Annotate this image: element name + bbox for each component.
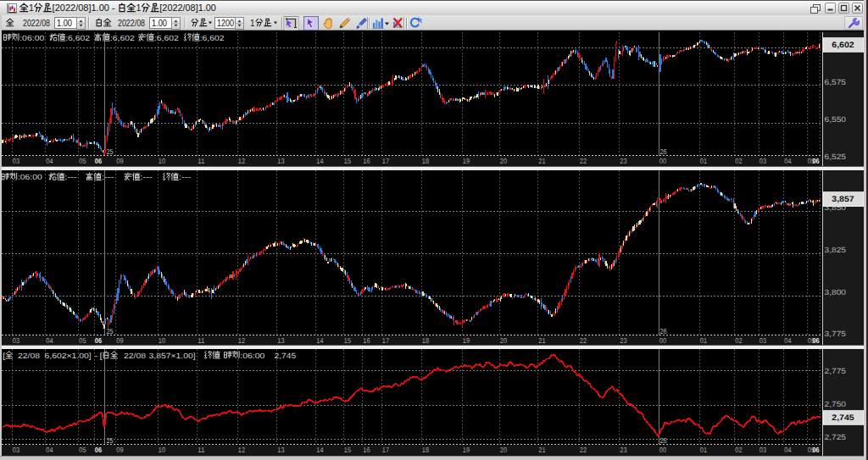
- svg-text:17: 17: [382, 336, 389, 345]
- svg-text:14: 14: [316, 446, 323, 454]
- svg-text:-: -: [95, 352, 98, 360]
- svg-text:1: 1: [136, 3, 142, 13]
- svg-text:00: 00: [659, 446, 666, 454]
- svg-text:2,725: 2,725: [825, 433, 847, 441]
- svg-text:05: 05: [79, 446, 86, 454]
- svg-text:21: 21: [538, 157, 545, 165]
- svg-text:01: 01: [700, 336, 707, 345]
- svg-text:2022/08: 2022/08: [23, 19, 50, 28]
- svg-text:26: 26: [660, 147, 667, 156]
- svg-text:02: 02: [735, 446, 742, 454]
- svg-text:26: 26: [660, 436, 667, 445]
- svg-text:01: 01: [700, 446, 707, 454]
- svg-text:04: 04: [46, 446, 53, 454]
- svg-text:03: 03: [13, 336, 19, 345]
- svg-text::6,602: :6,602: [154, 34, 179, 42]
- svg-text:6,575: 6,575: [825, 78, 847, 86]
- svg-text:16: 16: [363, 336, 370, 345]
- svg-text:06: 06: [813, 157, 820, 165]
- svg-text:23: 23: [620, 157, 626, 165]
- svg-text:11: 11: [198, 336, 204, 345]
- svg-text:18: 18: [422, 157, 429, 165]
- svg-text:22/08: 22/08: [18, 352, 40, 360]
- svg-text:2,750: 2,750: [825, 400, 847, 408]
- svg-text:22: 22: [580, 336, 587, 345]
- svg-text:22: 22: [580, 446, 587, 454]
- svg-text:03: 03: [13, 157, 19, 165]
- svg-text:1200: 1200: [217, 19, 234, 28]
- svg-text:10: 10: [159, 336, 165, 345]
- svg-text:13: 13: [277, 446, 284, 454]
- svg-text:3,857×1.00]: 3,857×1.00]: [149, 352, 196, 360]
- svg-text:03: 03: [760, 157, 766, 165]
- svg-text:25: 25: [107, 147, 114, 156]
- svg-text:26: 26: [660, 327, 667, 335]
- svg-text:12: 12: [238, 157, 245, 165]
- svg-text:14: 14: [316, 157, 323, 165]
- svg-text:04: 04: [784, 446, 791, 454]
- svg-text:10: 10: [159, 446, 165, 454]
- svg-text:15: 15: [344, 446, 351, 454]
- svg-text:03: 03: [760, 336, 766, 345]
- svg-text:03: 03: [13, 446, 19, 454]
- svg-text:19: 19: [463, 157, 470, 165]
- svg-text::06:00: :06:00: [19, 34, 44, 42]
- svg-text::6,602: :6,602: [110, 34, 135, 42]
- svg-text::06:00: :06:00: [18, 173, 42, 181]
- svg-text::---: :---: [64, 173, 77, 181]
- svg-text:2,745: 2,745: [275, 352, 297, 360]
- svg-text:25: 25: [107, 436, 114, 445]
- svg-text:13: 13: [277, 336, 284, 345]
- svg-text:12: 12: [238, 446, 245, 454]
- svg-text:18: 18: [422, 446, 429, 454]
- svg-text:06: 06: [95, 336, 102, 345]
- svg-text:11: 11: [198, 157, 204, 165]
- svg-text:22/08: 22/08: [124, 352, 146, 360]
- svg-text:21: 21: [538, 446, 545, 454]
- svg-text:25: 25: [107, 327, 114, 335]
- svg-text:15: 15: [344, 336, 351, 345]
- svg-text:16: 16: [363, 446, 370, 454]
- svg-text::---: :---: [179, 173, 192, 181]
- svg-text:20: 20: [500, 336, 507, 345]
- svg-text:3,775: 3,775: [825, 330, 847, 338]
- svg-text:17: 17: [382, 157, 389, 165]
- svg-text:09: 09: [116, 157, 123, 165]
- svg-text:3,800: 3,800: [825, 288, 847, 297]
- svg-text:03: 03: [760, 446, 766, 454]
- svg-text:09: 09: [116, 446, 123, 454]
- svg-text:14: 14: [316, 336, 323, 345]
- svg-text:[2022/08]1.00 -: [2022/08]1.00 -: [53, 3, 118, 13]
- svg-text:3,825: 3,825: [825, 246, 847, 254]
- svg-text:04: 04: [784, 157, 791, 165]
- svg-text:12: 12: [238, 336, 245, 345]
- svg-text:05: 05: [79, 157, 86, 165]
- svg-text:06: 06: [95, 157, 102, 165]
- svg-text::6,602: :6,602: [65, 34, 90, 42]
- svg-text:R: R: [418, 18, 422, 24]
- svg-text:2,745: 2,745: [832, 413, 854, 423]
- svg-text:1.00: 1.00: [152, 19, 167, 28]
- svg-text:02: 02: [735, 157, 742, 165]
- svg-text:2022/08: 2022/08: [118, 19, 145, 28]
- svg-text:20: 20: [500, 157, 507, 165]
- svg-text:09: 09: [116, 336, 123, 345]
- svg-text:00: 00: [659, 157, 666, 165]
- svg-text:06: 06: [95, 446, 102, 454]
- svg-text:04: 04: [46, 336, 53, 345]
- svg-text:04: 04: [46, 157, 53, 165]
- svg-text::6,602: :6,602: [200, 34, 225, 42]
- svg-text:3,857: 3,857: [832, 195, 854, 204]
- svg-text:19: 19: [463, 336, 470, 345]
- svg-text::---: :---: [140, 173, 153, 181]
- svg-text:20: 20: [500, 446, 507, 454]
- svg-text:1: 1: [250, 19, 255, 28]
- svg-text:23: 23: [620, 336, 626, 345]
- svg-text:13: 13: [277, 157, 284, 165]
- svg-text:22: 22: [580, 157, 587, 165]
- svg-text:[2022/08]1.00: [2022/08]1.00: [159, 3, 216, 13]
- svg-text:05: 05: [79, 336, 86, 345]
- svg-text:10: 10: [159, 157, 165, 165]
- svg-text:19: 19: [463, 446, 470, 454]
- svg-text:17: 17: [382, 446, 389, 454]
